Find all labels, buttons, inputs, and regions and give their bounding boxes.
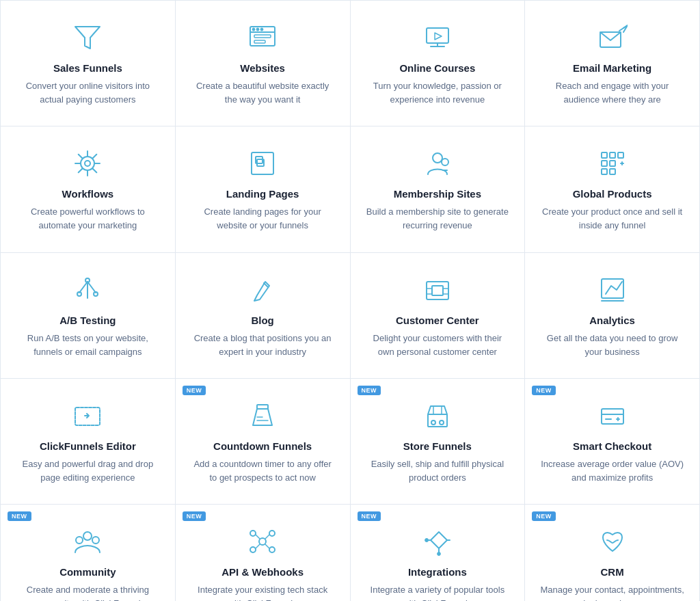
badge-new: NEW [8, 511, 31, 521]
membership-sites-icon [420, 146, 455, 181]
svg-point-45 [94, 292, 98, 296]
svg-rect-34 [618, 152, 623, 158]
svg-rect-40 [610, 169, 615, 174]
customer-center-title: Customer Center [396, 315, 479, 326]
cell-integrations[interactable]: NEWIntegrationsIntegrate a variety of po… [351, 505, 526, 601]
svg-point-76 [250, 547, 256, 552]
svg-point-30 [442, 159, 448, 165]
analytics-title: Analytics [589, 315, 635, 326]
svg-marker-0 [75, 27, 100, 49]
websites-icon [245, 20, 280, 55]
customer-center-desc: Delight your customers with their own pe… [364, 332, 511, 359]
badge-new: NEW [532, 386, 556, 395]
svg-point-62 [440, 420, 444, 425]
cell-email-marketing[interactable]: Email MarketingReach and engage with you… [525, 1, 700, 126]
cell-ab-testing[interactable]: A/B TestingRun A/B tests on your website… [1, 253, 176, 379]
cell-store-funnels[interactable]: NEWStore FunnelsEasily sell, ship and fu… [351, 379, 526, 505]
svg-rect-32 [602, 152, 607, 158]
cell-analytics[interactable]: AnalyticsGet all the data you need to gr… [525, 253, 700, 379]
cell-membership-sites[interactable]: Membership SitesBuild a membership site … [351, 126, 526, 252]
blog-desc: Create a blog that positions you an expe… [189, 332, 336, 359]
countdown-funnels-title: Countdown Funnels [213, 440, 312, 452]
svg-line-25 [79, 169, 83, 173]
workflows-title: Workflows [62, 188, 114, 200]
ab-testing-title: A/B Testing [59, 315, 116, 326]
svg-point-70 [83, 532, 92, 540]
workflows-icon [70, 146, 105, 181]
blog-title: Blog [251, 315, 273, 326]
cell-smart-checkout[interactable]: NEWSmart CheckoutIncrease average order … [525, 379, 700, 505]
svg-line-24 [93, 155, 97, 159]
api-webhooks-desc: Integrate your existing tech stack with … [189, 583, 336, 601]
community-title: Community [59, 566, 116, 578]
svg-point-77 [269, 547, 275, 552]
sales-funnels-desc: Convert your online visitors into actual… [14, 79, 161, 107]
landing-pages-icon [245, 146, 280, 181]
svg-point-3 [253, 29, 255, 31]
community-desc: Create and moderate a thriving community… [14, 583, 161, 601]
cell-workflows[interactable]: WorkflowsCreate powerful workflows to au… [1, 126, 176, 252]
cell-crm[interactable]: NEWCRMManage your contact, appointments,… [525, 505, 700, 601]
svg-point-46 [85, 278, 90, 282]
email-marketing-desc: Reach and engage with your audience wher… [539, 79, 686, 107]
clickfunnels-editor-desc: Easy and powerful drag and drop page edi… [14, 457, 161, 485]
cell-countdown-funnels[interactable]: NEWCountdown FunnelsAdd a countdown time… [176, 379, 351, 505]
membership-sites-desc: Build a membership site to generate recu… [364, 205, 511, 232]
svg-rect-39 [602, 169, 607, 174]
store-funnels-desc: Easily sell, ship and fulfill physical p… [364, 457, 511, 485]
cell-api-webhooks[interactable]: NEWAPI & WebhooksIntegrate your existing… [176, 505, 351, 601]
cell-clickfunnels-editor[interactable]: ClickFunnels EditorEasy and powerful dra… [1, 379, 176, 505]
svg-rect-54 [602, 279, 623, 298]
svg-marker-9 [435, 33, 442, 40]
svg-point-61 [431, 420, 435, 425]
svg-rect-48 [427, 282, 448, 299]
store-funnels-title: Store Funnels [403, 440, 472, 452]
countdown-funnels-icon [245, 398, 280, 433]
svg-rect-35 [602, 161, 607, 166]
cell-global-products[interactable]: Global ProductsCreate your product once … [525, 126, 700, 252]
global-products-title: Global Products [573, 188, 652, 200]
email-marketing-icon [595, 20, 630, 55]
sales-funnels-icon [70, 20, 105, 55]
global-products-desc: Create your product once and sell it ins… [539, 205, 686, 232]
svg-line-79 [265, 535, 269, 539]
features-grid: Sales FunnelsConvert your online visitor… [0, 0, 700, 601]
store-funnels-icon [420, 398, 455, 433]
cell-landing-pages[interactable]: Landing PagesCreate landing pages for yo… [176, 126, 351, 252]
svg-rect-60 [428, 414, 447, 427]
svg-rect-49 [432, 286, 443, 295]
clickfunnels-editor-title: ClickFunnels Editor [40, 440, 136, 452]
svg-line-81 [265, 544, 269, 548]
smart-checkout-desc: Increase average order value (AOV) and m… [539, 457, 686, 485]
workflows-desc: Create powerful workflows to automate yo… [14, 205, 161, 232]
cell-customer-center[interactable]: Customer CenterDelight your customers wi… [351, 253, 526, 379]
cell-community[interactable]: NEWCommunityCreate and moderate a thrivi… [1, 505, 176, 601]
smart-checkout-icon [595, 398, 630, 433]
cell-websites[interactable]: WebsitesCreate a beautiful website exact… [176, 1, 351, 126]
svg-line-80 [256, 544, 260, 548]
clickfunnels-editor-icon [70, 398, 105, 433]
integrations-icon [420, 524, 455, 559]
cell-blog[interactable]: BlogCreate a blog that positions you an … [176, 253, 351, 379]
ab-testing-desc: Run A/B tests on your website, funnels o… [14, 332, 161, 359]
api-webhooks-title: API & Webhooks [221, 566, 304, 578]
landing-pages-desc: Create landing pages for your website or… [189, 205, 336, 232]
svg-point-4 [257, 29, 259, 31]
integrations-title: Integrations [408, 566, 467, 578]
cell-sales-funnels[interactable]: Sales FunnelsConvert your online visitor… [1, 1, 176, 126]
svg-line-22 [79, 155, 83, 159]
svg-point-44 [77, 292, 81, 296]
smart-checkout-title: Smart Checkout [573, 440, 651, 452]
badge-new: NEW [358, 511, 381, 521]
svg-rect-33 [610, 152, 615, 158]
svg-point-72 [92, 537, 99, 544]
svg-rect-36 [610, 161, 615, 166]
svg-rect-65 [602, 409, 623, 424]
integrations-desc: Integrate a variety of popular tools wit… [364, 583, 511, 601]
svg-point-83 [425, 539, 428, 542]
badge-new: NEW [532, 511, 556, 521]
badge-new: NEW [183, 386, 206, 395]
cell-online-courses[interactable]: Online CoursesTurn your knowledge, passi… [351, 1, 526, 126]
api-webhooks-icon [245, 524, 280, 559]
svg-point-29 [433, 153, 442, 163]
